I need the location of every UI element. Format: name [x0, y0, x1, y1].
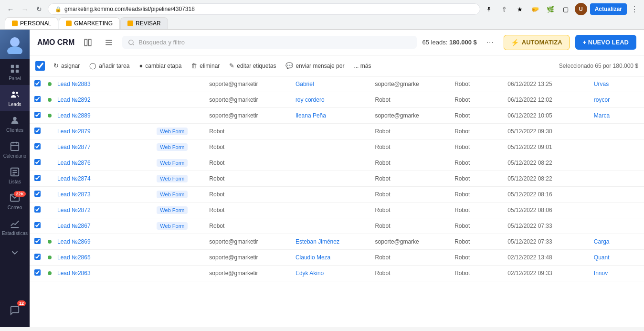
asignar-label: asignar	[61, 63, 80, 69]
sidebar-item-estadisticas[interactable]: Estadísticas	[0, 214, 30, 240]
share-button[interactable]: ⇧	[498, 3, 511, 15]
row-checkbox[interactable]	[34, 96, 41, 102]
lead-assignee: Robot	[372, 92, 452, 108]
chrome-menu-button[interactable]: ⋮	[630, 3, 639, 15]
more-options-button[interactable]: ···	[483, 35, 498, 50]
contact-link[interactable]: roy cordero	[296, 96, 325, 103]
webform-badge: Web Form	[157, 175, 188, 182]
lead-name-link[interactable]: Lead №2889	[57, 112, 91, 119]
update-button[interactable]: Actualizar	[590, 3, 627, 15]
lead-name-link[interactable]: Lead №2872	[57, 207, 91, 214]
lead-name-link[interactable]: Lead №2883	[57, 81, 91, 87]
sidebar-item-leads[interactable]: Leads	[0, 85, 30, 111]
lead-name-link[interactable]: Lead №2877	[57, 144, 91, 150]
lead-name-link[interactable]: Lead №2865	[57, 254, 91, 261]
row-checkbox[interactable]	[34, 80, 41, 86]
añadir-tarea-button[interactable]: ◯ añadir tarea	[84, 60, 134, 72]
circle-icon: ●	[139, 62, 143, 69]
row-checkbox[interactable]	[34, 222, 41, 228]
enviar-mensaje-button[interactable]: 💬 enviar mensaje por	[281, 60, 349, 72]
lead-name-link[interactable]: Lead №2873	[57, 191, 91, 198]
lead-name-link[interactable]: Lead №2863	[57, 270, 91, 277]
sidebar-item-panel[interactable]: Panel	[0, 59, 30, 85]
refresh-button[interactable]: ↻	[33, 3, 45, 15]
chat-icon	[10, 305, 20, 316]
sidebar-item-calendario[interactable]: Calendario	[0, 137, 30, 162]
webform-badge: Web Form	[157, 206, 188, 214]
collapse-icon[interactable]	[80, 35, 95, 50]
mas-button[interactable]: ... más	[349, 60, 376, 72]
message-icon: 💬	[285, 62, 293, 69]
lead-name-link[interactable]: Lead №2876	[57, 160, 91, 166]
tab-personal[interactable]: PERSONAL	[5, 17, 58, 29]
row-checkbox[interactable]	[34, 175, 41, 181]
lead-contact[interactable]: Claudio Meza	[293, 250, 372, 266]
contact-link[interactable]: Ileana Peña	[296, 112, 326, 119]
sidebar-label-clientes: Clientes	[6, 128, 23, 133]
row-checkbox[interactable]	[34, 112, 41, 118]
lead-email: Robot	[206, 218, 293, 234]
contact-link[interactable]: Gabriel	[296, 81, 314, 87]
contact-link[interactable]: Esteban Jiménez	[296, 238, 339, 245]
sidebar-toggle-button[interactable]: ▢	[560, 3, 572, 15]
extensions-button[interactable]: 🖈	[483, 3, 496, 15]
sidebar-item-expand[interactable]	[0, 240, 30, 266]
lead-contact[interactable]: roy cordero	[293, 92, 372, 108]
row-checkbox[interactable]	[34, 206, 41, 213]
lead-robot: Robot	[452, 76, 505, 92]
row-checkbox[interactable]	[34, 159, 41, 165]
sidebar-item-listas[interactable]: Listas	[0, 162, 30, 188]
extension-icon[interactable]: 🌿	[544, 3, 557, 15]
row-checkbox[interactable]	[34, 254, 41, 260]
lead-tag: Quant	[591, 250, 644, 266]
eliminar-label: eliminar	[200, 63, 220, 69]
asignar-button[interactable]: ↻ asignar	[49, 60, 84, 72]
lead-name-link[interactable]: Lead №2879	[57, 128, 91, 135]
sidebar-item-clientes[interactable]: Clientes	[0, 111, 30, 137]
leads-icon	[10, 89, 20, 100]
tab-revisar[interactable]: REVISAR	[120, 17, 168, 29]
bookmark-button[interactable]: ★	[514, 3, 526, 15]
sidebar-item-correo[interactable]: 22K Correo	[0, 188, 30, 214]
nuevo-lead-button[interactable]: + NUEVO LEAD	[575, 35, 636, 50]
sidebar-item-chat[interactable]: 12	[0, 298, 30, 323]
lead-contact[interactable]: Esteban Jiménez	[293, 234, 372, 250]
lead-tag	[591, 171, 644, 187]
lead-name-link[interactable]: Lead №2867	[57, 223, 91, 229]
user-avatar-circle[interactable]: U	[575, 3, 587, 15]
lead-contact	[293, 155, 372, 171]
puzzle-button[interactable]: 🤛	[529, 3, 541, 15]
row-checkbox[interactable]	[34, 238, 41, 244]
eliminar-button[interactable]: 🗑 eliminar	[186, 60, 224, 72]
forward-button[interactable]: →	[19, 3, 31, 15]
lead-name-link[interactable]: Lead №2892	[57, 96, 91, 103]
editar-etiquetas-button[interactable]: ✎ editar etiquetas	[224, 60, 281, 72]
lead-contact[interactable]: Edyk Akino	[293, 266, 372, 281]
contact-link[interactable]: Claudio Meza	[296, 254, 330, 261]
select-all-checkbox[interactable]	[35, 61, 45, 71]
stats-icon	[10, 218, 20, 229]
row-checkbox[interactable]	[34, 191, 41, 197]
lead-contact[interactable]: Ileana Peña	[293, 108, 372, 124]
row-checkbox[interactable]	[34, 128, 41, 134]
tab-gmarketing[interactable]: GMARKETING	[59, 17, 120, 29]
row-checkbox[interactable]	[34, 143, 41, 149]
cambiar-etapa-button[interactable]: ● cambiar etapa	[134, 60, 186, 72]
table-row: Lead №2865 soporte@gmarketir Claudio Mez…	[30, 250, 644, 266]
sidebar-label-correo: Correo	[8, 205, 22, 210]
browser-nav: ← → ↻ 🔒 gmarketing.kommo.com/leads/list/…	[5, 3, 639, 15]
automatiza-button[interactable]: ⚡ AUTOMATIZA	[504, 35, 570, 50]
lead-name-link[interactable]: Lead №2874	[57, 175, 91, 182]
leads-count: 65 leads: 180.000 $	[422, 39, 477, 46]
contact-link[interactable]: Edyk Akino	[296, 270, 324, 277]
lead-email: Robot	[206, 171, 293, 187]
lead-contact[interactable]: Gabriel	[293, 76, 372, 92]
back-button[interactable]: ←	[5, 3, 16, 15]
lead-name-link[interactable]: Lead №2869	[57, 238, 91, 245]
avatar[interactable]	[0, 30, 30, 59]
menu-icon[interactable]	[101, 35, 116, 50]
search-bar[interactable]: Búsqueda y filtro	[122, 36, 416, 49]
address-bar[interactable]: 🔒 gmarketing.kommo.com/leads/list/pipeli…	[48, 3, 480, 15]
lead-assignee: soporte@gmarke	[372, 234, 452, 250]
row-checkbox[interactable]	[34, 269, 41, 276]
